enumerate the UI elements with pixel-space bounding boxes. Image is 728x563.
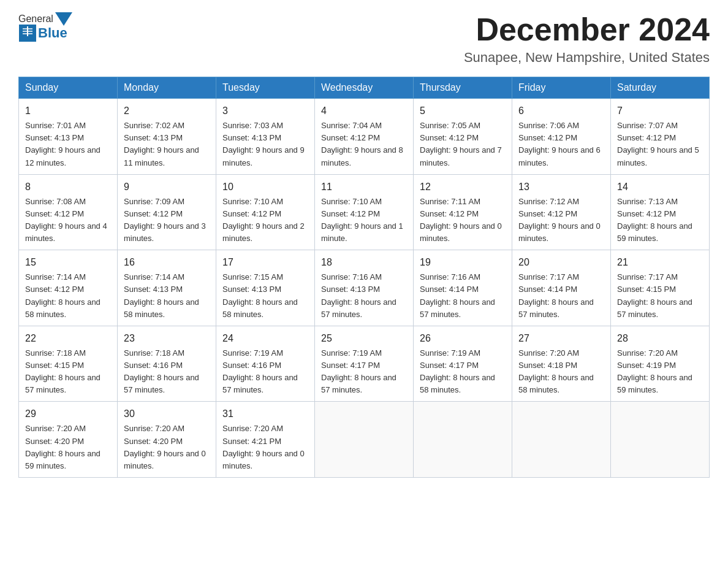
day-info: Sunrise: 7:20 AMSunset: 4:21 PMDaylight:… <box>222 423 308 472</box>
calendar-cell: 16Sunrise: 7:14 AMSunset: 4:13 PMDayligh… <box>118 250 216 326</box>
calendar-cell: 6Sunrise: 7:06 AMSunset: 4:12 PMDaylight… <box>512 99 611 175</box>
weekday-header-monday: Monday <box>118 77 216 99</box>
day-number: 28 <box>617 331 703 346</box>
day-number: 9 <box>124 180 210 194</box>
day-info: Sunrise: 7:12 AMSunset: 4:12 PMDaylight:… <box>518 196 604 245</box>
day-info: Sunrise: 7:19 AMSunset: 4:16 PMDaylight:… <box>222 347 308 397</box>
calendar-week-row: 22Sunrise: 7:18 AMSunset: 4:15 PMDayligh… <box>19 326 710 402</box>
day-info: Sunrise: 7:05 AMSunset: 4:12 PMDaylight:… <box>420 120 506 169</box>
calendar-cell: 29Sunrise: 7:20 AMSunset: 4:20 PMDayligh… <box>19 402 118 478</box>
day-number: 31 <box>222 407 308 421</box>
day-info: Sunrise: 7:01 AMSunset: 4:13 PMDaylight:… <box>25 120 111 169</box>
calendar-cell <box>611 402 710 478</box>
weekday-header-tuesday: Tuesday <box>216 77 315 99</box>
calendar-cell <box>512 402 611 478</box>
calendar-cell: 18Sunrise: 7:16 AMSunset: 4:13 PMDayligh… <box>315 250 414 326</box>
day-number: 11 <box>321 180 407 194</box>
day-number: 19 <box>420 255 506 270</box>
page-header: General <box>18 12 710 66</box>
day-info: Sunrise: 7:19 AMSunset: 4:17 PMDaylight:… <box>321 347 407 397</box>
calendar-cell: 28Sunrise: 7:20 AMSunset: 4:19 PMDayligh… <box>611 326 710 402</box>
logo-area: General <box>18 12 72 42</box>
weekday-header-friday: Friday <box>512 77 611 99</box>
day-number: 5 <box>420 104 506 118</box>
calendar-cell <box>414 402 512 478</box>
day-number: 4 <box>321 104 407 118</box>
calendar-cell: 1Sunrise: 7:01 AMSunset: 4:13 PMDaylight… <box>19 99 118 175</box>
day-number: 14 <box>617 180 703 194</box>
calendar-cell: 22Sunrise: 7:18 AMSunset: 4:15 PMDayligh… <box>19 326 118 402</box>
calendar-cell: 7Sunrise: 7:07 AMSunset: 4:12 PMDaylight… <box>611 99 710 175</box>
day-number: 10 <box>222 180 308 194</box>
calendar-cell: 13Sunrise: 7:12 AMSunset: 4:12 PMDayligh… <box>512 174 611 250</box>
day-number: 2 <box>124 104 210 118</box>
day-info: Sunrise: 7:20 AMSunset: 4:20 PMDaylight:… <box>25 423 111 472</box>
title-area: December 2024 Sunapee, New Hampshire, Un… <box>464 12 710 66</box>
calendar-cell: 14Sunrise: 7:13 AMSunset: 4:12 PMDayligh… <box>611 174 710 250</box>
calendar-cell: 3Sunrise: 7:03 AMSunset: 4:13 PMDaylight… <box>216 99 315 175</box>
calendar-cell: 10Sunrise: 7:10 AMSunset: 4:12 PMDayligh… <box>216 174 315 250</box>
day-number: 30 <box>124 407 210 421</box>
day-number: 24 <box>222 331 308 346</box>
day-number: 23 <box>124 331 210 346</box>
calendar-cell: 25Sunrise: 7:19 AMSunset: 4:17 PMDayligh… <box>315 326 414 402</box>
day-number: 25 <box>321 331 407 346</box>
calendar-cell: 26Sunrise: 7:19 AMSunset: 4:17 PMDayligh… <box>414 326 512 402</box>
day-number: 22 <box>25 331 111 346</box>
calendar-week-row: 15Sunrise: 7:14 AMSunset: 4:12 PMDayligh… <box>19 250 710 326</box>
calendar-cell: 23Sunrise: 7:18 AMSunset: 4:16 PMDayligh… <box>118 326 216 402</box>
day-number: 1 <box>25 104 111 118</box>
day-number: 8 <box>25 180 111 194</box>
day-info: Sunrise: 7:15 AMSunset: 4:13 PMDaylight:… <box>222 271 308 321</box>
day-info: Sunrise: 7:16 AMSunset: 4:13 PMDaylight:… <box>321 271 407 321</box>
day-info: Sunrise: 7:17 AMSunset: 4:15 PMDaylight:… <box>617 271 703 321</box>
day-number: 12 <box>420 180 506 194</box>
day-number: 17 <box>222 255 308 270</box>
day-number: 26 <box>420 331 506 346</box>
day-number: 18 <box>321 255 407 270</box>
day-info: Sunrise: 7:13 AMSunset: 4:12 PMDaylight:… <box>617 196 703 245</box>
logo-blue-bg <box>19 25 36 42</box>
calendar-cell <box>315 402 414 478</box>
day-info: Sunrise: 7:14 AMSunset: 4:13 PMDaylight:… <box>124 271 210 321</box>
calendar-cell: 4Sunrise: 7:04 AMSunset: 4:12 PMDaylight… <box>315 99 414 175</box>
day-number: 13 <box>518 180 604 194</box>
day-number: 6 <box>518 104 604 118</box>
day-info: Sunrise: 7:14 AMSunset: 4:12 PMDaylight:… <box>25 271 111 321</box>
day-number: 16 <box>124 255 210 270</box>
day-info: Sunrise: 7:08 AMSunset: 4:12 PMDaylight:… <box>25 196 111 245</box>
weekday-header-row: SundayMondayTuesdayWednesdayThursdayFrid… <box>19 77 710 99</box>
day-info: Sunrise: 7:18 AMSunset: 4:16 PMDaylight:… <box>124 347 210 397</box>
day-info: Sunrise: 7:10 AMSunset: 4:12 PMDaylight:… <box>222 196 308 245</box>
day-number: 27 <box>518 331 604 346</box>
day-info: Sunrise: 7:04 AMSunset: 4:12 PMDaylight:… <box>321 120 407 169</box>
day-number: 20 <box>518 255 604 270</box>
location-title: Sunapee, New Hampshire, United States <box>464 50 710 66</box>
calendar-cell: 24Sunrise: 7:19 AMSunset: 4:16 PMDayligh… <box>216 326 315 402</box>
calendar-week-row: 1Sunrise: 7:01 AMSunset: 4:13 PMDaylight… <box>19 99 710 175</box>
calendar-cell: 8Sunrise: 7:08 AMSunset: 4:12 PMDaylight… <box>19 174 118 250</box>
day-info: Sunrise: 7:07 AMSunset: 4:12 PMDaylight:… <box>617 120 703 169</box>
weekday-header-saturday: Saturday <box>611 77 710 99</box>
logo-general-text: General <box>18 13 53 25</box>
day-info: Sunrise: 7:11 AMSunset: 4:12 PMDaylight:… <box>420 196 506 245</box>
day-info: Sunrise: 7:20 AMSunset: 4:20 PMDaylight:… <box>124 423 210 472</box>
day-info: Sunrise: 7:20 AMSunset: 4:19 PMDaylight:… <box>617 347 703 397</box>
calendar-cell: 30Sunrise: 7:20 AMSunset: 4:20 PMDayligh… <box>118 402 216 478</box>
calendar-cell: 5Sunrise: 7:05 AMSunset: 4:12 PMDaylight… <box>414 99 512 175</box>
weekday-header-thursday: Thursday <box>414 77 512 99</box>
day-info: Sunrise: 7:16 AMSunset: 4:14 PMDaylight:… <box>420 271 506 321</box>
logo-arrow-icon <box>55 12 72 26</box>
day-number: 3 <box>222 104 308 118</box>
day-info: Sunrise: 7:06 AMSunset: 4:12 PMDaylight:… <box>518 120 604 169</box>
calendar-cell: 21Sunrise: 7:17 AMSunset: 4:15 PMDayligh… <box>611 250 710 326</box>
calendar-cell: 15Sunrise: 7:14 AMSunset: 4:12 PMDayligh… <box>19 250 118 326</box>
logo: General <box>18 12 72 42</box>
month-title: December 2024 <box>464 12 710 47</box>
day-info: Sunrise: 7:10 AMSunset: 4:12 PMDaylight:… <box>321 196 407 245</box>
day-info: Sunrise: 7:09 AMSunset: 4:12 PMDaylight:… <box>124 196 210 245</box>
calendar-cell: 19Sunrise: 7:16 AMSunset: 4:14 PMDayligh… <box>414 250 512 326</box>
day-info: Sunrise: 7:20 AMSunset: 4:18 PMDaylight:… <box>518 347 604 397</box>
calendar-week-row: 8Sunrise: 7:08 AMSunset: 4:12 PMDaylight… <box>19 174 710 250</box>
day-info: Sunrise: 7:03 AMSunset: 4:13 PMDaylight:… <box>222 120 308 169</box>
